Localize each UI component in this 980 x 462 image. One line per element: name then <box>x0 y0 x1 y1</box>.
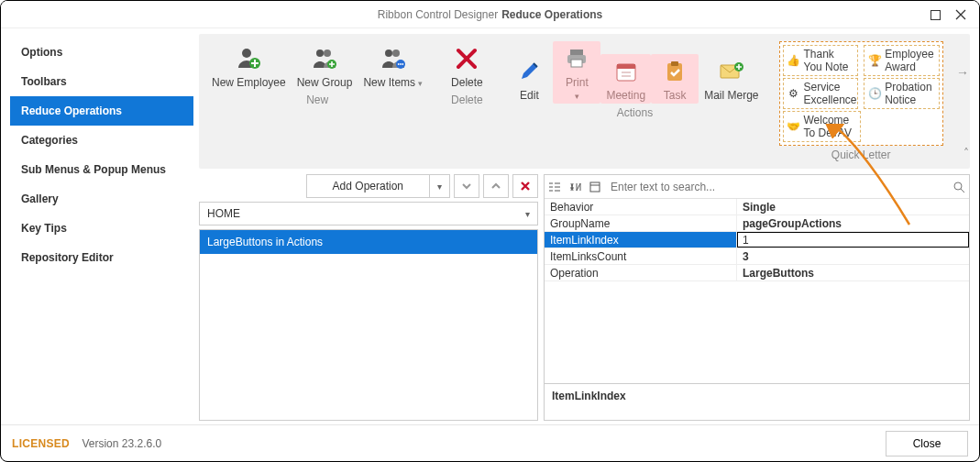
category-dropdown[interactable]: HOME ▾ <box>199 202 538 226</box>
categorize-button[interactable] <box>545 175 565 198</box>
chevron-down-icon: ▾ <box>418 79 423 88</box>
ribbon-group-actions: Edit Print▾ Meeting <box>501 38 767 165</box>
version-label: Version 23.2.6.0 <box>82 437 161 450</box>
alphabetical-button[interactable] <box>565 175 585 198</box>
thumbs-up-icon: 👍 <box>787 54 800 67</box>
property-grid: BehaviorSingle GroupNamepageGroupActions… <box>544 174 970 421</box>
svg-point-11 <box>402 63 403 65</box>
sidebar-item-gallery[interactable]: Gallery <box>10 184 193 214</box>
scroll-right-button[interactable]: → <box>956 65 969 80</box>
close-window-button[interactable] <box>948 2 974 28</box>
delete-button[interactable]: Delete <box>443 41 490 91</box>
add-operation-dropdown[interactable]: Add Operation ▾ <box>306 174 450 198</box>
sidebar-item-toolbars[interactable]: Toolbars <box>10 67 193 96</box>
pencil-icon <box>515 58 543 85</box>
group-chat-icon <box>380 45 407 72</box>
search-icon[interactable] <box>949 175 969 198</box>
move-up-button[interactable] <box>483 174 509 198</box>
clipboard-check-icon <box>661 58 688 85</box>
svg-point-9 <box>398 63 400 65</box>
new-items-button[interactable]: New Items ▾ <box>358 41 428 91</box>
maximize-button[interactable] <box>922 2 948 28</box>
footer: LICENSED Version 23.2.6.0 Close <box>1 424 979 461</box>
svg-rect-23 <box>590 182 600 192</box>
svg-rect-16 <box>617 64 635 69</box>
ribbon-group-quick-letter: 👍Thank You Note 🏆Employee Award ⚙Service… <box>776 38 947 165</box>
operations-toolbar: Add Operation ▾ <box>199 174 538 198</box>
lower-row: Add Operation ▾ HOME ▾ LargeButtons in A… <box>199 174 970 421</box>
svg-point-24 <box>954 182 962 190</box>
ribbon-preview: New Employee New Group <box>199 34 970 169</box>
property-description: ItemLinkIndex <box>545 383 969 420</box>
prop-row-itemlinkindex[interactable]: ItemLinkIndex1 <box>545 232 969 248</box>
ribbon-designer-window: Ribbon Control Designer Reduce Operation… <box>0 0 980 462</box>
property-pages-button[interactable] <box>585 175 605 198</box>
ql-probation[interactable]: 🕒Probation Notice <box>864 78 940 109</box>
window-buttons <box>922 1 974 28</box>
prop-row-behavior[interactable]: BehaviorSingle <box>545 199 969 215</box>
svg-point-1 <box>242 49 251 58</box>
svg-rect-20 <box>671 61 678 66</box>
group-plus-icon <box>311 45 338 72</box>
x-red-icon <box>453 45 480 72</box>
mail-merge-button[interactable]: Mail Merge <box>699 54 764 104</box>
print-button[interactable]: Print▾ <box>553 41 600 104</box>
operations-column: Add Operation ▾ HOME ▾ LargeButtons in A… <box>199 174 538 421</box>
ql-welcome[interactable]: 🤝Welcome To DevAV <box>783 111 862 142</box>
gear-icon: ⚙ <box>787 87 800 100</box>
close-button[interactable]: Close <box>886 431 968 456</box>
ribbon-right-controls: → ˄ <box>947 38 970 165</box>
edit-button[interactable]: Edit <box>505 54 553 104</box>
chevron-down-icon: ▾ <box>429 175 449 197</box>
sidebar-item-categories[interactable]: Categories <box>10 126 193 155</box>
ql-thank-you[interactable]: 👍Thank You Note <box>783 45 859 76</box>
ql-award[interactable]: 🏆Employee Award <box>864 45 940 76</box>
ribbon-row: New Employee New Group <box>199 34 970 169</box>
sidebar-item-submenus[interactable]: Sub Menus & Popup Menus <box>10 155 193 184</box>
sidebar-item-keytips[interactable]: Key Tips <box>10 214 193 243</box>
ribbon-group-delete: Delete Delete <box>439 38 494 165</box>
svg-rect-0 <box>930 10 940 19</box>
task-button[interactable]: Task <box>651 54 699 104</box>
group-label-quick-letter: Quick Letter <box>776 146 947 165</box>
list-item[interactable]: LargeButtons in Actions <box>200 230 537 254</box>
meeting-button[interactable]: Meeting <box>600 54 651 104</box>
sidebar-item-reduce-operations[interactable]: Reduce Operations <box>10 96 193 126</box>
sidebar-item-repository[interactable]: Repository Editor <box>10 243 193 272</box>
svg-point-10 <box>400 63 402 65</box>
ql-service[interactable]: ⚙Service Excellence <box>783 78 859 109</box>
new-employee-button[interactable]: New Employee <box>206 41 292 91</box>
svg-point-7 <box>392 50 400 57</box>
chevron-down-icon: ▾ <box>525 209 530 219</box>
title-bar: Ribbon Control Designer Reduce Operation… <box>1 1 979 28</box>
sidebar: Options Toolbars Reduce Operations Categ… <box>10 34 193 421</box>
quick-letter-gallery[interactable]: 👍Thank You Note 🏆Employee Award ⚙Service… <box>779 41 943 146</box>
content-area: New Employee New Group <box>199 34 970 421</box>
trophy-icon: 🏆 <box>868 54 881 67</box>
group-label-delete: Delete <box>439 91 494 110</box>
svg-point-4 <box>324 50 331 57</box>
chevron-down-icon: ▾ <box>575 92 579 101</box>
main-area: Options Toolbars Reduce Operations Categ… <box>1 28 979 424</box>
license-status: LICENSED <box>12 437 70 450</box>
svg-point-6 <box>385 50 392 57</box>
calendar-icon <box>612 58 640 85</box>
new-group-button[interactable]: New Group <box>292 41 358 91</box>
prop-row-groupname[interactable]: GroupNamepageGroupActions <box>545 215 969 232</box>
property-grid-toolbar <box>545 175 969 199</box>
mail-plus-icon <box>718 58 745 85</box>
svg-rect-14 <box>571 60 582 67</box>
operations-list[interactable]: LargeButtons in Actions <box>199 229 538 421</box>
group-label-actions: Actions <box>501 104 767 123</box>
remove-operation-button[interactable] <box>512 174 538 198</box>
collapse-ribbon-button[interactable]: ˄ <box>963 147 969 160</box>
move-down-button[interactable] <box>454 174 479 198</box>
clock-icon: 🕒 <box>868 87 881 100</box>
group-label-new: New <box>203 91 432 110</box>
search-input[interactable] <box>605 175 949 198</box>
sidebar-item-options[interactable]: Options <box>10 38 193 67</box>
title-prefix: Ribbon Control Designer <box>378 8 498 21</box>
handshake-icon: 🤝 <box>787 120 800 133</box>
prop-row-itemlinkscount[interactable]: ItemLinksCount3 <box>545 248 969 265</box>
prop-row-operation[interactable]: OperationLargeButtons <box>545 265 969 281</box>
